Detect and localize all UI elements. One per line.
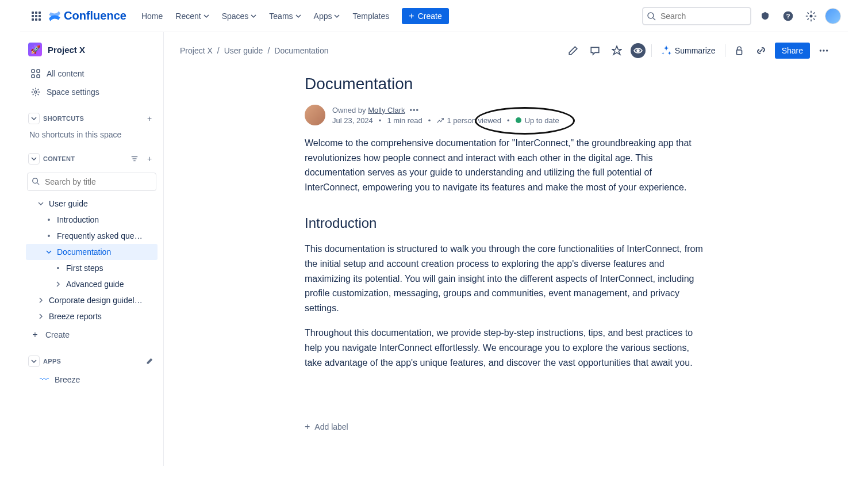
paragraph-3: Throughout this documentation, we provid… [305, 326, 707, 370]
tree-user-guide[interactable]: User guide [26, 196, 158, 212]
create-button[interactable]: + Create [402, 8, 448, 24]
restrictions-icon[interactable] [731, 43, 747, 59]
sidebar: 🚀 Project X All content Space settings S… [20, 32, 164, 466]
main-content: Project X / User guide / Documentation S… [164, 32, 848, 466]
watch-icon[interactable] [631, 43, 646, 58]
paragraph-2: This documentation is structured to walk… [305, 242, 707, 315]
sidebar-all-content[interactable]: All content [26, 64, 158, 83]
comment-icon[interactable] [587, 43, 603, 59]
page-title: Documentation [305, 75, 707, 93]
owner-link[interactable]: Molly Clark [368, 106, 405, 114]
sidebar-space-settings[interactable]: Space settings [26, 83, 158, 101]
nav-recent[interactable]: Recent [170, 8, 214, 24]
chevron-down-icon[interactable] [36, 199, 45, 208]
title-search-input[interactable] [27, 173, 156, 191]
search-input[interactable] [642, 7, 751, 25]
tree-breeze-reports[interactable]: Breeze reports [26, 308, 158, 324]
svg-text:?: ? [786, 12, 790, 20]
svg-point-0 [648, 13, 654, 18]
svg-point-9 [34, 91, 37, 93]
nav-spaces[interactable]: Spaces [216, 8, 263, 24]
svg-point-4 [810, 14, 813, 17]
svg-point-17 [820, 49, 821, 51]
shortcuts-section: SHORTCUTS + [26, 109, 158, 128]
breadcrumb-space[interactable]: Project X [180, 46, 213, 55]
viewed-count[interactable]: 1 person viewed [436, 116, 501, 125]
star-icon[interactable] [609, 43, 625, 59]
settings-icon[interactable] [802, 7, 820, 25]
svg-point-15 [637, 49, 639, 52]
page-byline: Owned by Molly Clark ••• Jul 23, 2024 • … [305, 105, 707, 125]
notifications-icon[interactable] [756, 7, 774, 25]
search-icon [32, 177, 40, 185]
global-search[interactable] [642, 7, 751, 25]
app-breeze[interactable]: 〰 Breeze [26, 370, 158, 389]
tree-introduction[interactable]: • Introduction [26, 212, 158, 228]
breadcrumb-parent[interactable]: User guide [224, 46, 263, 55]
edit-icon[interactable] [565, 43, 581, 59]
add-label-button[interactable]: + Add label [305, 422, 707, 432]
top-navigation: Confluence Home Recent Spaces Teams Apps… [20, 0, 848, 32]
space-icon: 🚀 [28, 43, 42, 56]
edit-apps-icon[interactable] [144, 355, 155, 367]
plus-icon: + [409, 12, 414, 21]
chevron-down-icon [334, 13, 340, 19]
tree-documentation[interactable]: Documentation [26, 244, 158, 260]
breadcrumb-current: Documentation [274, 46, 328, 55]
tree-first-steps[interactable]: • First steps [26, 260, 158, 276]
nav-home[interactable]: Home [136, 8, 168, 24]
tree-faq[interactable]: • Frequently asked que… [26, 228, 158, 244]
collapse-toggle[interactable] [28, 113, 40, 124]
filter-icon[interactable] [129, 153, 140, 165]
profile-avatar[interactable] [825, 8, 841, 24]
apps-section: APPS [26, 352, 158, 370]
svg-line-14 [37, 183, 40, 185]
status-dot-icon [516, 117, 521, 123]
read-time: 1 min read [387, 116, 422, 125]
analytics-icon [436, 116, 444, 124]
nav-apps[interactable]: Apps [308, 8, 346, 24]
svg-rect-8 [37, 75, 40, 78]
chevron-right-icon[interactable] [53, 280, 63, 289]
svg-point-18 [823, 49, 824, 51]
app-switcher-icon[interactable] [27, 7, 45, 25]
chevron-down-icon [31, 156, 37, 162]
chevron-right-icon[interactable] [36, 312, 45, 321]
product-name: Confluence [64, 9, 126, 22]
tree-advanced-guide[interactable]: Advanced guide [26, 276, 158, 292]
collapse-toggle[interactable] [28, 153, 40, 165]
chevron-down-icon [31, 358, 37, 364]
chevron-down-icon[interactable] [44, 247, 53, 257]
tree-corporate[interactable]: Corporate design guidel… [26, 292, 158, 308]
chevron-right-icon[interactable] [36, 296, 45, 305]
add-shortcut-button[interactable]: + [144, 113, 155, 124]
sidebar-create-page[interactable]: + Create [26, 326, 158, 344]
collapse-toggle[interactable] [28, 355, 40, 367]
plus-icon: + [305, 422, 310, 432]
nav-teams[interactable]: Teams [263, 8, 306, 24]
svg-rect-16 [736, 50, 742, 55]
summarize-button[interactable]: Summarize [658, 43, 719, 58]
help-icon[interactable]: ? [779, 7, 797, 25]
share-button[interactable]: Share [775, 43, 810, 59]
grid-icon [30, 68, 41, 79]
svg-rect-6 [37, 70, 40, 72]
author-avatar[interactable] [305, 105, 325, 125]
space-header[interactable]: 🚀 Project X [26, 39, 158, 60]
chevron-down-icon [295, 13, 301, 19]
confluence-logo[interactable]: Confluence [48, 9, 126, 23]
add-content-button[interactable]: + [144, 153, 155, 165]
svg-line-1 [653, 18, 655, 20]
svg-point-19 [826, 49, 828, 51]
nav-templates[interactable]: Templates [347, 8, 395, 24]
page-tree: User guide • Introduction • Frequently a… [26, 196, 158, 344]
link-icon[interactable] [753, 43, 769, 59]
bullet-icon: • [44, 231, 53, 240]
chevron-down-icon [203, 13, 209, 19]
page-status[interactable]: Up to date [516, 116, 559, 125]
search-icon [647, 12, 656, 21]
section-heading-introduction: Introduction [305, 215, 707, 231]
more-actions-icon[interactable] [816, 43, 832, 59]
byline-more-icon[interactable]: ••• [409, 106, 419, 114]
bullet-icon: • [44, 215, 53, 224]
